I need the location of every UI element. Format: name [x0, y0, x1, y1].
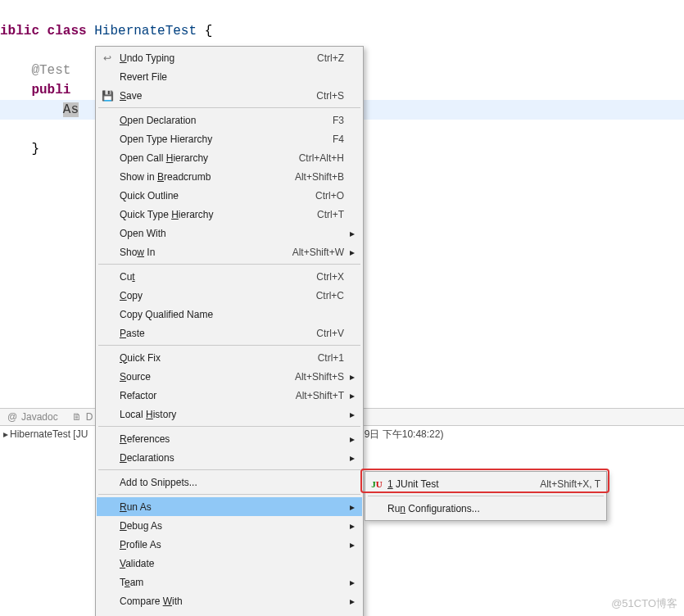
tab-label: Javadoc [21, 411, 58, 423]
menu-item-label: Undo Typing [118, 52, 317, 64]
javadoc-icon: @ [7, 411, 18, 423]
menu-item-label: Profile As [118, 539, 347, 550]
menu-item-label: Quick Type Hierarchy [118, 209, 317, 220]
watermark: @51CTO博客 [611, 596, 677, 611]
menu-item-label: Copy Qualified Name [118, 309, 347, 320]
menu-item-show-in[interactable]: Show InAlt+Shift+W▸ [97, 242, 362, 261]
menu-item-shortcut: Ctrl+Z [317, 52, 347, 64]
menu-item-label: Quick Fix [118, 352, 318, 364]
menu-item-shortcut: Alt+Shift+W [292, 247, 347, 258]
menu-item-add-to-snippets[interactable]: Add to Snippets... [97, 473, 362, 491]
menu-item-label: Refactor [118, 390, 296, 401]
menu-item-label: Compare With [118, 596, 347, 607]
tab-javadoc[interactable]: @ Javadoc [0, 411, 65, 423]
menu-item-label: Declarations [118, 452, 347, 464]
menu-item-label: Cut [118, 271, 316, 283]
menu-item-label: Team [118, 577, 347, 588]
menu-item-label: Open With [118, 228, 347, 239]
menu-item-source[interactable]: SourceAlt+Shift+S▸ [97, 367, 362, 386]
menu-item-copy-qualified-name[interactable]: Copy Qualified Name [97, 305, 362, 324]
chevron-right-icon: ▸ [347, 452, 357, 464]
menu-item-replace-with[interactable]: Replace With▸ [97, 610, 362, 616]
menu-item-label: Paste [118, 328, 316, 339]
chevron-right-icon: ▸ [347, 228, 357, 239]
menu-item-label: Quick Outline [118, 190, 315, 202]
submenu-shortcut: Alt+Shift+X, T [540, 478, 600, 490]
chevron-right-icon: ▸ [347, 596, 357, 607]
menu-item-open-call-hierarchy[interactable]: Open Call HierarchyCtrl+Alt+H [97, 148, 362, 167]
menu-separator [98, 494, 360, 495]
submenu-separator [368, 496, 604, 496]
menu-item-quick-type-hierarchy[interactable]: Quick Type HierarchyCtrl+T [97, 205, 362, 224]
chevron-right-icon: ▸ [347, 390, 357, 401]
undo-icon: ↩ [97, 52, 118, 64]
chevron-right-icon: ▸ [347, 433, 357, 445]
chevron-right-icon: ▸ [2, 428, 10, 440]
menu-item-show-in-breadcrumb[interactable]: Show in BreadcrumbAlt+Shift+B [97, 167, 362, 186]
menu-separator [98, 107, 360, 108]
menu-item-shortcut: F3 [333, 115, 347, 126]
menu-item-shortcut: Ctrl+X [316, 271, 347, 283]
menu-separator [98, 264, 360, 265]
menu-item-paste[interactable]: PasteCtrl+V [97, 324, 362, 342]
chevron-right-icon: ▸ [347, 371, 357, 383]
menu-item-declarations[interactable]: Declarations▸ [97, 448, 362, 467]
code-selection: As [63, 102, 79, 117]
menu-item-quick-fix[interactable]: Quick FixCtrl+1 [97, 348, 362, 367]
menu-item-label: Local History [118, 409, 347, 420]
menu-item-label: Validate [118, 558, 347, 569]
submenu-item-runconfig[interactable]: Run Configurations... [366, 499, 605, 518]
menu-item-validate[interactable]: Validate [97, 554, 362, 573]
submenu-label: JUnit Test [393, 478, 439, 490]
submenu-label-runconfig: Run Configurations... [387, 503, 600, 514]
menu-item-shortcut: Alt+Shift+S [295, 371, 347, 383]
menu-item-shortcut: Ctrl+S [316, 90, 347, 102]
chevron-right-icon: ▸ [347, 409, 357, 420]
menu-item-undo-typing[interactable]: ↩Undo TypingCtrl+Z [97, 48, 362, 67]
context-menu: ↩Undo TypingCtrl+ZRevert File💾SaveCtrl+S… [95, 46, 364, 616]
menu-item-label: Open Call Hierarchy [118, 152, 299, 164]
menu-item-open-type-hierarchy[interactable]: Open Type HierarchyF4 [97, 129, 362, 148]
chevron-right-icon: ▸ [347, 520, 357, 532]
menu-separator [98, 426, 360, 427]
menu-item-references[interactable]: References▸ [97, 429, 362, 448]
menu-item-shortcut: Alt+Shift+T [296, 390, 347, 401]
menu-item-copy[interactable]: CopyCtrl+C [97, 286, 362, 305]
menu-item-shortcut: Ctrl+1 [318, 352, 347, 364]
menu-item-open-declaration[interactable]: Open DeclarationF3 [97, 111, 362, 129]
menu-item-label: Run As [118, 501, 347, 513]
menu-item-cut[interactable]: CutCtrl+X [97, 267, 362, 286]
menu-item-shortcut: Ctrl+V [316, 328, 347, 339]
submenu-item-junit[interactable]: JU 1 JUnit Test Alt+Shift+X, T [366, 474, 605, 493]
code-brace-close: } [31, 142, 39, 156]
menu-item-revert-file[interactable]: Revert File [97, 67, 362, 86]
save-icon: 💾 [97, 90, 118, 102]
code-kw-method: publi [31, 83, 70, 97]
code-annotation: @Test [31, 63, 70, 78]
tab-declaration[interactable]: 🗎 D [65, 411, 100, 423]
code-kw-public: iblic class [0, 24, 87, 38]
declaration-icon: 🗎 [71, 411, 83, 423]
menu-separator [98, 469, 360, 470]
chevron-right-icon: ▸ [347, 501, 357, 513]
menu-item-quick-outline[interactable]: Quick OutlineCtrl+O [97, 186, 362, 205]
menu-item-profile-as[interactable]: Profile As▸ [97, 535, 362, 554]
menu-item-label: References [118, 433, 347, 445]
menu-item-local-history[interactable]: Local History▸ [97, 405, 362, 424]
menu-item-compare-with[interactable]: Compare With▸ [97, 591, 362, 610]
code-brace-open: { [205, 24, 213, 38]
menu-item-run-as[interactable]: Run As▸ [97, 497, 362, 516]
menu-item-label: Show In [118, 247, 292, 258]
menu-item-save[interactable]: 💾SaveCtrl+S [97, 86, 362, 105]
menu-item-refactor[interactable]: RefactorAlt+Shift+T▸ [97, 386, 362, 405]
menu-item-shortcut: F4 [333, 134, 347, 145]
menu-item-shortcut: Ctrl+Alt+H [299, 152, 347, 164]
menu-item-team[interactable]: Team▸ [97, 573, 362, 591]
run-as-submenu: JU 1 JUnit Test Alt+Shift+X, T Run Confi… [365, 471, 607, 521]
run-status-prefix: HibernateTest [JU [10, 428, 88, 440]
menu-item-debug-as[interactable]: Debug As▸ [97, 516, 362, 535]
menu-item-label: Save [118, 90, 316, 102]
menu-item-label: Debug As [118, 520, 347, 532]
menu-item-open-with[interactable]: Open With▸ [97, 224, 362, 242]
tab-label: D [86, 411, 93, 423]
